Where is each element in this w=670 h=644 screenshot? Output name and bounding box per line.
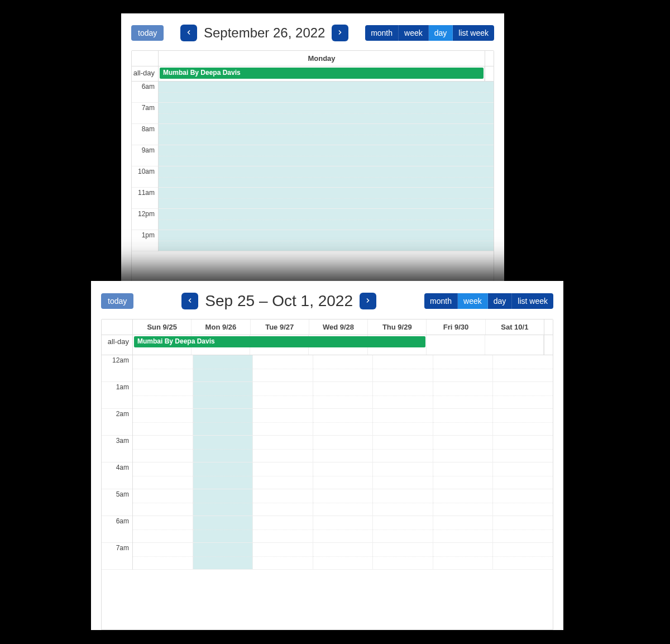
day-column[interactable] bbox=[313, 355, 373, 570]
hour-row[interactable] bbox=[133, 355, 193, 382]
next-button[interactable] bbox=[332, 25, 348, 41]
time-grid-scroll[interactable]: 12am1am2am3am4am5am6am7am bbox=[102, 355, 553, 629]
hour-row[interactable] bbox=[133, 436, 193, 462]
time-grid-scroll[interactable]: 6am7am8am9am10am11am12pm1pm bbox=[132, 82, 494, 291]
hour-row[interactable] bbox=[133, 382, 193, 409]
hour-row[interactable] bbox=[313, 355, 373, 382]
hour-row[interactable] bbox=[373, 436, 433, 462]
day-header[interactable]: Sat 10/1 bbox=[485, 319, 544, 335]
day-column[interactable] bbox=[372, 355, 433, 570]
hour-row[interactable] bbox=[159, 230, 494, 251]
hour-row[interactable] bbox=[133, 543, 193, 570]
today-button[interactable]: today bbox=[101, 293, 133, 309]
hour-row[interactable] bbox=[313, 489, 373, 516]
hour-row[interactable] bbox=[193, 516, 253, 543]
hour-row[interactable] bbox=[133, 462, 193, 489]
day-header[interactable]: Fri 9/30 bbox=[426, 319, 485, 335]
hour-row[interactable] bbox=[433, 409, 493, 436]
hour-row[interactable] bbox=[373, 462, 433, 489]
hour-row[interactable] bbox=[159, 209, 494, 230]
hour-row[interactable] bbox=[313, 543, 373, 570]
day-header[interactable]: Thu 9/29 bbox=[367, 319, 426, 335]
hour-row[interactable] bbox=[253, 516, 313, 543]
hour-row[interactable] bbox=[253, 462, 313, 489]
hour-row[interactable] bbox=[133, 516, 193, 543]
hour-row[interactable] bbox=[493, 543, 553, 570]
hour-row[interactable] bbox=[493, 436, 553, 462]
day-header[interactable]: Mon 9/26 bbox=[191, 319, 250, 335]
hour-row[interactable] bbox=[493, 489, 553, 516]
hour-row[interactable] bbox=[313, 409, 373, 436]
hour-row[interactable] bbox=[159, 103, 494, 124]
hour-row[interactable] bbox=[193, 543, 253, 570]
hour-row[interactable] bbox=[253, 436, 313, 462]
hour-row[interactable] bbox=[433, 436, 493, 462]
day-column[interactable] bbox=[133, 355, 193, 570]
hour-row[interactable] bbox=[373, 516, 433, 543]
day-column[interactable] bbox=[252, 355, 313, 570]
hour-row[interactable] bbox=[433, 462, 493, 489]
hour-row[interactable] bbox=[193, 409, 253, 436]
prev-button[interactable] bbox=[180, 25, 197, 41]
day-column[interactable] bbox=[159, 82, 494, 251]
day-column[interactable] bbox=[193, 355, 253, 570]
day-header[interactable]: Tue 9/27 bbox=[250, 319, 309, 335]
hour-row[interactable] bbox=[133, 409, 193, 436]
view-day-button[interactable]: day bbox=[429, 25, 453, 41]
today-button[interactable]: today bbox=[131, 25, 164, 41]
hour-row[interactable] bbox=[159, 124, 494, 145]
hour-row[interactable] bbox=[253, 355, 313, 382]
hour-row[interactable] bbox=[373, 489, 433, 516]
hour-row[interactable] bbox=[313, 516, 373, 543]
hour-row[interactable] bbox=[433, 382, 493, 409]
hour-row[interactable] bbox=[193, 462, 253, 489]
allday-event[interactable]: Mumbai By Deepa Davis bbox=[160, 68, 484, 79]
hour-row[interactable] bbox=[313, 462, 373, 489]
day-column[interactable] bbox=[492, 355, 553, 570]
allday-cell[interactable] bbox=[427, 335, 485, 355]
hour-row[interactable] bbox=[253, 382, 313, 409]
hour-row[interactable] bbox=[159, 145, 494, 166]
hour-row[interactable] bbox=[373, 543, 433, 570]
hour-row[interactable] bbox=[159, 188, 494, 209]
hour-row[interactable] bbox=[253, 489, 313, 516]
prev-button[interactable] bbox=[181, 293, 198, 309]
hour-row[interactable] bbox=[493, 462, 553, 489]
allday-cell[interactable] bbox=[485, 335, 544, 355]
hour-row[interactable] bbox=[433, 516, 493, 543]
view-week-button[interactable]: week bbox=[399, 25, 429, 41]
day-column[interactable] bbox=[433, 355, 493, 570]
view-day-button[interactable]: day bbox=[488, 293, 513, 309]
hour-row[interactable] bbox=[433, 489, 493, 516]
hour-row[interactable] bbox=[133, 489, 193, 516]
hour-row[interactable] bbox=[159, 82, 494, 103]
view-week-button[interactable]: week bbox=[458, 293, 488, 309]
hour-row[interactable] bbox=[493, 355, 553, 382]
hour-row[interactable] bbox=[313, 436, 373, 462]
hour-row[interactable] bbox=[433, 355, 493, 382]
hour-row[interactable] bbox=[193, 382, 253, 409]
day-header[interactable]: Sun 9/25 bbox=[133, 319, 191, 335]
hour-row[interactable] bbox=[193, 436, 253, 462]
view-list-week-button[interactable]: list week bbox=[512, 293, 553, 309]
next-button[interactable] bbox=[360, 293, 376, 309]
view-month-button[interactable]: month bbox=[424, 293, 458, 309]
hour-row[interactable] bbox=[493, 516, 553, 543]
hour-row[interactable] bbox=[193, 355, 253, 382]
hour-row[interactable] bbox=[253, 409, 313, 436]
hour-row[interactable] bbox=[159, 166, 494, 188]
view-list-week-button[interactable]: list week bbox=[453, 25, 494, 41]
hour-row[interactable] bbox=[433, 543, 493, 570]
day-header-monday[interactable]: Monday bbox=[159, 51, 485, 66]
view-month-button[interactable]: month bbox=[365, 25, 399, 41]
hour-row[interactable] bbox=[193, 489, 253, 516]
hour-row[interactable] bbox=[373, 355, 433, 382]
hour-row[interactable] bbox=[373, 382, 433, 409]
hour-row[interactable] bbox=[313, 382, 373, 409]
day-header[interactable]: Wed 9/28 bbox=[309, 319, 367, 335]
hour-row[interactable] bbox=[253, 543, 313, 570]
allday-event[interactable]: Mumbai By Deepa Davis bbox=[134, 336, 425, 347]
hour-row[interactable] bbox=[493, 382, 553, 409]
hour-row[interactable] bbox=[373, 409, 433, 436]
hour-row[interactable] bbox=[493, 409, 553, 436]
